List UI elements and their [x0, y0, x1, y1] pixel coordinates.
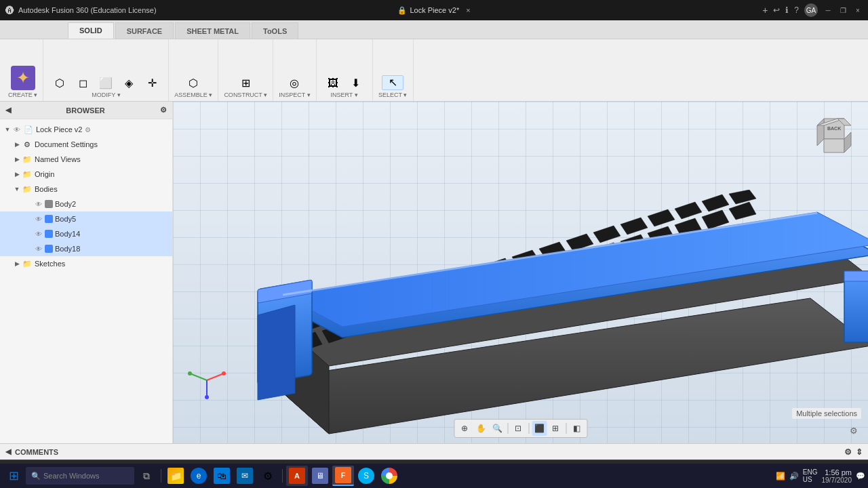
minimize-button[interactable]: ─: [823, 5, 833, 15]
volume-icon[interactable]: 🔊: [789, 472, 799, 481]
insert-btn-1[interactable]: 🖼: [322, 77, 344, 90]
taskbar-app-ie[interactable]: e: [188, 466, 210, 486]
insert-btn-2[interactable]: ⬇: [345, 77, 367, 90]
comments-collapse[interactable]: ◀: [5, 447, 11, 456]
tree-item-origin[interactable]: ▶ 📁 Origin: [0, 167, 172, 182]
task-view-button[interactable]: ⧉: [136, 466, 157, 486]
browser-settings[interactable]: ⚙: [160, 106, 167, 115]
modify-btn-3[interactable]: ⬜: [95, 77, 117, 90]
title-close[interactable]: ×: [466, 6, 470, 14]
tree-item-root[interactable]: ▼ 👁 📄 Lock Piece v2 ⚙: [0, 122, 172, 137]
user-avatar[interactable]: GA: [804, 3, 818, 17]
modify-btn-4[interactable]: ◈: [118, 77, 140, 90]
tree-item-sketches[interactable]: ▶ 📁 Sketches: [0, 256, 172, 271]
clock[interactable]: 1:56 pm 19/7/2020: [822, 468, 852, 484]
construct-btn-1[interactable]: ⊞: [235, 77, 256, 90]
tree-item-body2[interactable]: 👁 Body2: [0, 197, 172, 211]
orbit-btn[interactable]: ⊕: [457, 421, 472, 436]
taskbar-app-skype[interactable]: S: [355, 466, 377, 486]
visual-style-btn[interactable]: ◧: [569, 421, 584, 436]
tree-arrow-doc: ▶: [12, 141, 22, 148]
eye-body5[interactable]: 👁: [34, 214, 43, 224]
modify-btn-1[interactable]: ⬡: [49, 77, 71, 90]
ribbon-group-select: ↖ SELECT ▾: [373, 39, 414, 101]
browser-content: ▼ 👁 📄 Lock Piece v2 ⚙ ▶ ⚙ Document Setti…: [0, 119, 172, 443]
zoom-btn[interactable]: 🔍: [490, 421, 505, 436]
assemble-label[interactable]: ASSEMBLE ▾: [174, 92, 212, 98]
close-button[interactable]: ×: [853, 5, 863, 15]
taskbar-app-settings[interactable]: ⚙: [257, 466, 279, 486]
grid-btn[interactable]: ⊞: [548, 421, 563, 436]
tab-tools[interactable]: ToOLS: [252, 22, 298, 39]
svg-marker-55: [824, 139, 844, 152]
taskbar-search[interactable]: 🔍 Search Windows: [26, 467, 134, 485]
body18-color: [45, 245, 53, 253]
taskbar-right: 📶 🔊 ENG US 1:56 pm 19/7/2020 💬: [776, 468, 865, 484]
taskbar-app-autodesk[interactable]: A: [286, 466, 308, 486]
lang-region[interactable]: ENG US: [803, 468, 818, 483]
inspect-label[interactable]: INSPECT ▾: [279, 92, 310, 98]
modify-btn-2[interactable]: ◻: [72, 77, 94, 90]
toolbar-back[interactable]: ↩: [773, 5, 780, 15]
notification-icon[interactable]: 💬: [856, 472, 865, 481]
taskbar-app-explorer[interactable]: 📁: [165, 466, 186, 486]
taskbar-app-fusion[interactable]: F: [332, 466, 354, 486]
tree-item-body5[interactable]: 👁 Body5: [0, 211, 172, 226]
viewport-toolbar: ⊕ ✋ 🔍 ⊡ ⬛ ⊞ ◧: [454, 419, 587, 438]
taskbar-app-mail[interactable]: ✉: [234, 466, 256, 486]
file-icon: 🔒: [397, 6, 407, 15]
tree-item-doc-settings[interactable]: ▶ ⚙ Document Settings: [0, 137, 172, 152]
modify-btn-5[interactable]: ✛: [141, 77, 163, 90]
taskbar-app-vm[interactable]: 🖥: [309, 466, 331, 486]
create-main-button[interactable]: ✦: [11, 66, 35, 90]
tab-bar: DESIGN ▾ SOLID SURFACE SHEET METAL ToOLS: [0, 20, 868, 39]
viewport[interactable]: BACK Multiple selections ⊕ ✋ 🔍 ⊡ ⬛ ⊞ ◧ ⚙: [173, 102, 868, 443]
eye-root[interactable]: 👁: [12, 125, 22, 134]
fit-btn[interactable]: ⊡: [511, 421, 526, 436]
tab-sheet-metal[interactable]: SHEET METAL: [175, 22, 250, 39]
svg-point-51: [205, 395, 209, 399]
eye-body14[interactable]: 👁: [34, 229, 43, 239]
ribbon: ✦ CREATE ▾ ⬡ ◻ ⬜ ◈ ✛ MODIFY ▾ ⬡: [0, 39, 868, 101]
toolbar-info[interactable]: ℹ: [785, 5, 789, 15]
toolbar-help[interactable]: ?: [794, 5, 799, 15]
select-label[interactable]: SELECT ▾: [378, 92, 407, 98]
modify-label[interactable]: MODIFY ▾: [92, 92, 120, 98]
eye-body2[interactable]: 👁: [34, 199, 43, 209]
taskbar-app-store[interactable]: 🛍: [211, 466, 233, 486]
root-settings-icon[interactable]: ⚙: [85, 126, 91, 134]
tree-item-bodies[interactable]: ▼ 📁 Bodies: [0, 182, 172, 197]
inspect-btn-1[interactable]: ◎: [283, 77, 305, 90]
comments-settings[interactable]: ⚙: [844, 447, 852, 457]
vp-sep-2: [528, 423, 529, 434]
svg-point-50: [188, 371, 192, 375]
pan-btn[interactable]: ✋: [473, 421, 488, 436]
network-icon[interactable]: 📶: [776, 472, 785, 481]
assemble-btn-1[interactable]: ⬡: [182, 77, 204, 90]
construct-label[interactable]: CONSTRUCT ▾: [224, 92, 267, 98]
tab-solid[interactable]: SOLID: [68, 22, 114, 39]
taskbar-app-chrome[interactable]: [378, 466, 400, 486]
toolbar-plus[interactable]: +: [762, 5, 768, 16]
browser-collapse[interactable]: ◀: [5, 106, 11, 115]
tree-item-body14[interactable]: 👁 Body14: [0, 226, 172, 241]
insert-label[interactable]: INSERT ▾: [330, 92, 357, 98]
vp-sep-3: [566, 423, 566, 434]
comments-resize[interactable]: ⇕: [856, 447, 863, 457]
display-mode-btn[interactable]: ⬛: [532, 421, 547, 436]
browser-panel: ◀ BROWSER ⚙ ▼ 👁 📄 Lock Piece v2 ⚙ ▶ ⚙ Do…: [0, 102, 173, 443]
taskbar: ⊞ 🔍 Search Windows ⧉ 📁 e 🛍 ✉ ⚙ A 🖥 F S 📶: [0, 464, 868, 488]
viewcube[interactable]: BACK: [807, 108, 861, 163]
create-label[interactable]: CREATE ▾: [8, 92, 37, 98]
settings-gear[interactable]: ⚙: [846, 423, 861, 438]
eye-body18[interactable]: 👁: [34, 244, 43, 253]
folder-icon-origin: 📁: [22, 169, 33, 180]
multi-select-badge: Multiple selections: [792, 408, 861, 419]
start-button[interactable]: ⊞: [3, 466, 24, 486]
select-btn-1[interactable]: ↖: [382, 75, 403, 90]
svg-line-47: [190, 373, 207, 380]
tab-surface[interactable]: SURFACE: [115, 22, 174, 39]
restore-button[interactable]: ❐: [838, 5, 848, 15]
tree-item-named-views[interactable]: ▶ 📁 Named Views: [0, 152, 172, 167]
tree-item-body18[interactable]: 👁 Body18: [0, 241, 172, 256]
